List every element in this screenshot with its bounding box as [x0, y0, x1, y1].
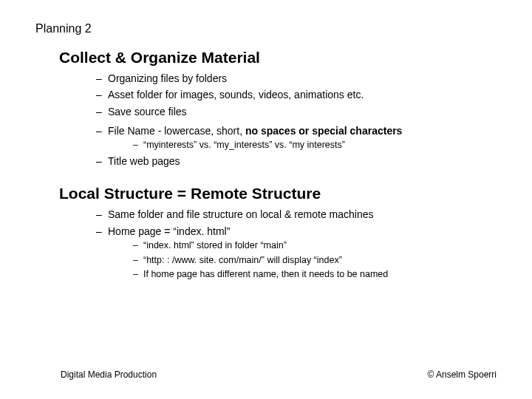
- sub-list-item: “myinterests” vs. “my_interests” vs. “my…: [133, 138, 532, 152]
- sub-list: “myinterests” vs. “my_interests” vs. “my…: [133, 138, 532, 152]
- list-item: Same folder and file structure on local …: [96, 207, 532, 222]
- section-heading-1: Collect & Organize Material: [59, 49, 532, 66]
- bullet-list-1: Organizing files by folders Asset folder…: [96, 71, 532, 168]
- slide-title: Planning 2: [35, 22, 532, 35]
- list-text: If home page has different name, then it…: [143, 269, 388, 279]
- list-item: Home page = “index. html” “index. html” …: [96, 224, 532, 282]
- list-text: Organizing files by folders: [108, 72, 227, 84]
- footer-right: © Anselm Spoerri: [427, 369, 497, 380]
- footer: Digital Media Production © Anselm Spoerr…: [0, 369, 532, 380]
- list-text: “myinterests” vs. “my_interests” vs. “my…: [143, 140, 345, 150]
- list-text: Home page = “index. html”: [108, 225, 230, 237]
- list-text: Asset folder for images, sounds, videos,…: [108, 89, 364, 100]
- slide: Planning 2 Collect & Organize Material O…: [0, 0, 532, 399]
- list-text-bold: no spaces or special characters: [245, 125, 402, 137]
- list-text: Same folder and file structure on local …: [108, 208, 374, 220]
- sub-list: “index. html” stored in folder “main” “h…: [133, 239, 532, 282]
- list-item: Title web pages: [96, 154, 532, 168]
- sub-list-item: If home page has different name, then it…: [133, 267, 532, 282]
- list-text: Save source files: [108, 106, 187, 117]
- list-item: Organizing files by folders: [96, 71, 532, 86]
- list-item: Asset folder for images, sounds, videos,…: [96, 87, 532, 102]
- list-text: “index. html” stored in folder “main”: [143, 240, 287, 250]
- list-text: “http: : /www. site. com/main/” will dis…: [143, 255, 342, 265]
- list-text: Title web pages: [108, 155, 180, 167]
- bullet-list-2: Same folder and file structure on local …: [96, 207, 532, 282]
- list-item: File Name - lowercase, short, no spaces …: [96, 123, 532, 152]
- section-heading-2: Local Structure = Remote Structure: [59, 185, 532, 202]
- list-text-prefix: File Name - lowercase, short,: [108, 125, 245, 137]
- sub-list-item: “http: : /www. site. com/main/” will dis…: [133, 253, 532, 267]
- footer-left: Digital Media Production: [61, 369, 157, 380]
- list-item: Save source files: [96, 104, 532, 119]
- sub-list-item: “index. html” stored in folder “main”: [133, 239, 532, 253]
